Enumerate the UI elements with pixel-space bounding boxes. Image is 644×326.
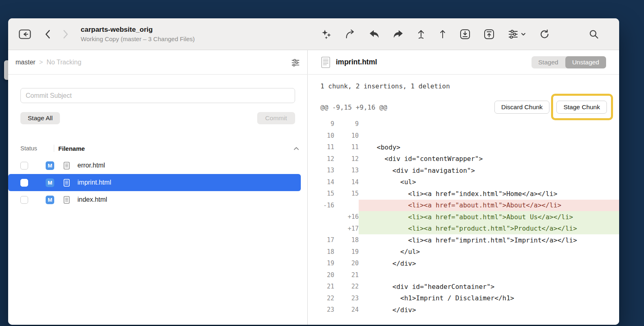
arrow-up-icon[interactable] (439, 29, 446, 40)
diff-line[interactable]: 15 15 <li><a href="index.html">Home</a><… (308, 188, 619, 200)
diff-line[interactable]: 9 9 (308, 118, 619, 130)
stage-checkbox[interactable] (20, 179, 28, 187)
file-name-label: imprint.html (77, 179, 111, 186)
diff-line-code: </div> (359, 258, 619, 269)
new-line-number: 23 (334, 293, 359, 304)
diff-line[interactable]: 18 19 </ul> (308, 246, 619, 258)
file-document-icon (321, 57, 330, 68)
new-line-number: 24 (334, 304, 359, 316)
sparkle-icon[interactable] (321, 29, 332, 40)
file-row-index.html[interactable]: M index.html (8, 191, 307, 208)
unstaged-tab[interactable]: Unstaged (565, 56, 606, 68)
diff-line[interactable]: 13 13 <div id="navigation"> (308, 165, 619, 176)
file-row-error.html[interactable]: M error.html (8, 157, 307, 174)
diff-line[interactable]: 12 12 <div id="contentWrapper"> (308, 153, 619, 165)
status-column-header: Status (20, 145, 37, 152)
diff-line[interactable]: 10 10 (308, 130, 619, 142)
diff-lines: 9 9 10 10 11 11 <body> 12 12 <div id="co… (308, 118, 619, 316)
share-arrow-icon[interactable] (345, 29, 356, 39)
old-line-number: 15 (308, 188, 334, 200)
modified-status-badge: M (46, 196, 54, 204)
breadcrumb-separator: > (39, 59, 43, 66)
diff-line-code: <ul> (359, 176, 619, 188)
stage-chunk-button[interactable]: Stage Chunk (556, 101, 607, 114)
cherry-pick-icon[interactable] (417, 29, 426, 40)
new-line-number: +16 (334, 211, 359, 223)
diff-line[interactable]: +17 <li><a href="product.html">Product</… (308, 223, 619, 235)
stage-checkbox[interactable] (20, 196, 28, 204)
new-line-number: 11 (334, 141, 359, 153)
diff-line-code: <li><a href="about.html">About Us</a></l… (359, 211, 619, 223)
redo-arrow-icon[interactable] (393, 30, 403, 39)
diff-line[interactable]: 14 14 <ul> (308, 176, 619, 188)
discard-chunk-button[interactable]: Discard Chunk (494, 101, 550, 114)
diff-filename: imprint.html (336, 58, 377, 66)
forward-chevron-icon[interactable] (63, 29, 68, 39)
diff-line-code: <div id="headerContainer"> (359, 281, 619, 293)
diff-line[interactable]: 11 11 <body> (308, 141, 619, 153)
file-row-imprint.html[interactable]: M imprint.html (8, 174, 301, 191)
undo-arrow-icon[interactable] (369, 30, 379, 39)
push-icon[interactable] (484, 29, 494, 40)
diff-line-code (359, 269, 619, 281)
diff-line-code: <li><a href="about.html">About</a></li> (359, 200, 619, 211)
pull-icon[interactable] (460, 29, 470, 40)
diff-line[interactable]: 19 20 </div> (308, 258, 619, 269)
old-line-number: 9 (308, 118, 334, 130)
diff-line-code (359, 130, 619, 142)
file-name-label: error.html (77, 162, 105, 169)
new-line-number: 20 (334, 258, 359, 269)
old-line-number: -16 (308, 200, 334, 211)
filter-options-icon[interactable] (291, 58, 300, 66)
collapse-chevron-icon[interactable] (293, 147, 299, 150)
stage-all-button[interactable]: Stage All (20, 112, 60, 124)
diff-line[interactable]: 17 18 <li><a href="imprint.html">Imprint… (308, 234, 619, 246)
diff-line[interactable]: -16 <li><a href="about.html">About</a></… (308, 200, 619, 211)
old-line-number: 21 (308, 281, 334, 293)
diff-line[interactable]: 22 23 <h1>Imprint / Disclaimer</h1> (308, 293, 619, 304)
commit-subject-input[interactable] (20, 88, 295, 103)
back-chevron-icon[interactable] (45, 29, 51, 39)
breadcrumb-tracking[interactable]: No Tracking (46, 59, 81, 66)
refresh-icon[interactable] (539, 29, 550, 40)
diff-line-code (359, 118, 619, 130)
diff-line[interactable]: +16 <li><a href="about.html">About Us</a… (308, 211, 619, 223)
breadcrumb-branch[interactable]: master (15, 59, 35, 66)
diff-file-header: imprint.html Staged Unstaged (308, 50, 619, 75)
diff-line-code: </div> (359, 304, 619, 316)
chunk-buttons: Discard Chunk Stage Chunk (494, 101, 607, 114)
window-title-block: carparts-website_orig Working Copy (mast… (81, 26, 195, 42)
repository-title: carparts-website_orig (81, 26, 195, 34)
new-line-number: 9 (334, 118, 359, 130)
new-line-number: 18 (334, 234, 359, 246)
modified-status-badge: M (46, 178, 54, 187)
commit-sidebar: master > No Tracking Stage All Commit (8, 50, 308, 325)
diff-line-code: <div id="contentWrapper"> (359, 153, 619, 165)
diff-line[interactable]: 23 24 </div> (308, 304, 619, 316)
old-line-number: 22 (308, 293, 334, 304)
chunk-header-row: @@ -9,15 +9,16 @@ Discard Chunk Stage Ch… (308, 98, 619, 117)
diff-summary-text: 1 chunk, 2 insertions, 1 deletion (320, 82, 450, 90)
tab-back-icon[interactable] (19, 29, 31, 39)
old-line-number (308, 223, 334, 235)
old-line-number: 17 (308, 234, 334, 246)
staged-tab[interactable]: Staged (532, 56, 565, 68)
commit-subject-wrap (8, 75, 307, 103)
breadcrumb: master > No Tracking (8, 50, 307, 75)
diff-line[interactable]: 21 22 <div id="headerContainer"> (308, 281, 619, 293)
commit-button[interactable]: Commit (257, 112, 295, 124)
diff-line-code: <h1>Imprint / Disclaimer</h1> (359, 293, 619, 304)
diff-line-code: <li><a href="index.html">Home</a></li> (359, 188, 619, 200)
diff-line-code: <li><a href="product.html">Product</a></… (359, 223, 619, 235)
diff-line[interactable]: 20 21 (308, 269, 619, 281)
new-line-number: 10 (334, 130, 359, 142)
view-options-button[interactable] (508, 29, 526, 39)
staged-unstaged-toggle: Staged Unstaged (532, 56, 607, 68)
file-icon (64, 162, 70, 170)
filename-column-header: Filename (58, 145, 85, 152)
search-icon[interactable] (589, 29, 599, 40)
git-client-window: carparts-website_orig Working Copy (mast… (8, 18, 619, 325)
old-line-number: 10 (308, 130, 334, 142)
stage-checkbox[interactable] (20, 162, 28, 170)
toolbar: carparts-website_orig Working Copy (mast… (8, 18, 619, 50)
